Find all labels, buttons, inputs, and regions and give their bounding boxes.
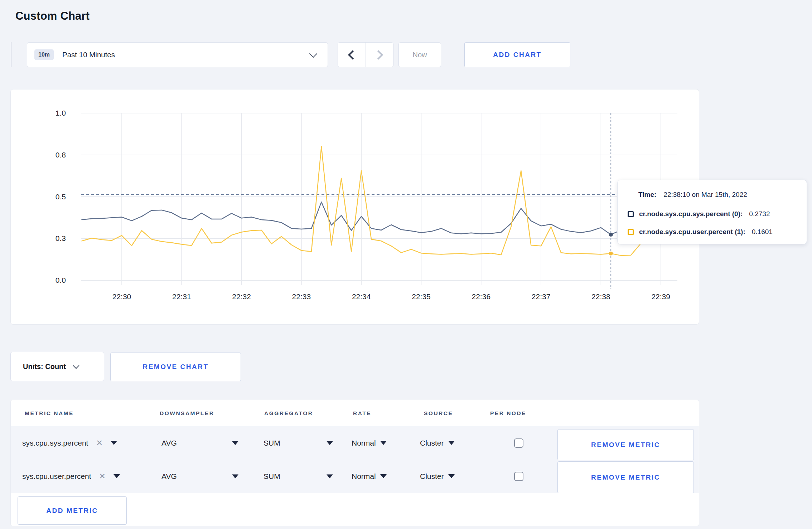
units-label: Units: Count bbox=[23, 363, 66, 371]
caret-down-icon bbox=[327, 441, 333, 445]
prev-time-button[interactable] bbox=[338, 43, 366, 67]
tooltip-time-row: Time: 22:38:10 on Mar 15th, 2022 bbox=[638, 191, 747, 199]
metric-name-value: sys.cpu.sys.percent bbox=[22, 439, 88, 447]
tooltip-series-row: cr.node.sys.cpu.sys.percent (0): 0.2732 bbox=[628, 210, 770, 218]
column-header-source: SOURCE bbox=[424, 410, 453, 417]
tooltip-series-row: cr.node.sys.cpu.user.percent (1): 0.1601 bbox=[628, 228, 773, 236]
aggregator-value: SUM bbox=[264, 439, 280, 447]
rate-value: Normal bbox=[352, 472, 376, 481]
source-select[interactable]: Cluster bbox=[420, 439, 455, 447]
source-value: Cluster bbox=[420, 472, 444, 481]
downsampler-select[interactable]: AVG bbox=[161, 439, 177, 447]
svg-text:22:32: 22:32 bbox=[232, 292, 251, 301]
caret-down-icon bbox=[380, 441, 387, 445]
units-select[interactable]: Units: Count bbox=[10, 352, 104, 381]
toolbar-divider bbox=[11, 42, 11, 67]
clear-metric-icon[interactable]: ✕ bbox=[99, 472, 106, 481]
tooltip-time-value: 22:38:10 on Mar 15th, 2022 bbox=[663, 191, 747, 199]
source-select[interactable]: Cluster bbox=[420, 472, 455, 481]
source-value: Cluster bbox=[420, 439, 444, 447]
svg-text:0.3: 0.3 bbox=[55, 234, 66, 242]
rate-select[interactable]: Normal bbox=[352, 472, 387, 481]
metric-name-value: sys.cpu.user.percent bbox=[22, 472, 91, 481]
svg-text:22:35: 22:35 bbox=[412, 292, 431, 301]
remove-chart-button[interactable]: REMOVE CHART bbox=[110, 353, 241, 381]
caret-down-icon bbox=[232, 441, 238, 445]
column-header-aggregator: AGGREGATOR bbox=[264, 410, 313, 417]
svg-text:0.5: 0.5 bbox=[55, 193, 66, 201]
svg-text:22:39: 22:39 bbox=[651, 292, 670, 301]
metrics-table: METRIC NAME DOWNSAMPLER AGGREGATOR RATE … bbox=[10, 400, 699, 526]
caret-down-icon bbox=[380, 474, 387, 478]
metric-row: sys.cpu.sys.percent ✕ AVG SUM Normal Clu… bbox=[11, 426, 699, 460]
metric-name-select[interactable]: sys.cpu.sys.percent ✕ bbox=[22, 438, 117, 448]
svg-text:22:30: 22:30 bbox=[112, 292, 131, 301]
page-title: Custom Chart bbox=[15, 10, 90, 23]
column-header-downsampler: DOWNSAMPLER bbox=[160, 410, 214, 417]
svg-text:22:37: 22:37 bbox=[532, 292, 551, 301]
caret-down-icon bbox=[113, 474, 120, 478]
caret-down-icon bbox=[448, 441, 455, 445]
time-window-select[interactable]: 10m Past 10 Minutes bbox=[27, 42, 328, 67]
downsampler-caret[interactable] bbox=[232, 474, 238, 478]
remove-metric-button[interactable]: REMOVE METRIC bbox=[557, 461, 694, 493]
aggregator-select[interactable]: SUM bbox=[264, 472, 280, 481]
downsampler-value: AVG bbox=[161, 439, 177, 447]
now-button[interactable]: Now bbox=[398, 42, 441, 67]
rate-select[interactable]: Normal bbox=[352, 439, 387, 447]
tooltip-series-value: 0.1601 bbox=[752, 228, 773, 236]
sys-series-swatch-icon bbox=[628, 211, 634, 217]
column-header-metric-name: METRIC NAME bbox=[25, 410, 74, 417]
caret-down-icon bbox=[232, 474, 238, 478]
rate-value: Normal bbox=[352, 439, 376, 447]
caret-down-icon bbox=[111, 441, 117, 445]
chevron-down-icon bbox=[309, 50, 318, 58]
svg-text:22:36: 22:36 bbox=[472, 292, 491, 301]
downsampler-select[interactable]: AVG bbox=[161, 472, 177, 481]
metric-name-select[interactable]: sys.cpu.user.percent ✕ bbox=[22, 472, 120, 481]
aggregator-caret[interactable] bbox=[327, 474, 333, 478]
chart-tooltip: Time: 22:38:10 on Mar 15th, 2022 cr.node… bbox=[617, 180, 807, 244]
tooltip-time-label: Time: bbox=[638, 191, 656, 199]
time-window-label: Past 10 Minutes bbox=[62, 50, 115, 59]
svg-text:22:38: 22:38 bbox=[591, 292, 610, 301]
caret-down-icon bbox=[327, 474, 333, 478]
per-node-checkbox[interactable] bbox=[514, 438, 523, 448]
column-header-rate: RATE bbox=[353, 410, 371, 417]
aggregator-value: SUM bbox=[264, 472, 280, 481]
add-chart-button[interactable]: ADD CHART bbox=[464, 42, 570, 67]
svg-text:1.0: 1.0 bbox=[55, 109, 66, 117]
tooltip-series-label: cr.node.sys.cpu.user.percent (1): bbox=[639, 228, 745, 236]
svg-text:0.8: 0.8 bbox=[55, 151, 66, 159]
svg-text:22:33: 22:33 bbox=[292, 292, 311, 301]
remove-metric-button[interactable]: REMOVE METRIC bbox=[557, 429, 694, 460]
aggregator-caret[interactable] bbox=[327, 441, 333, 445]
chevron-left-icon bbox=[348, 50, 358, 60]
next-time-button[interactable] bbox=[366, 43, 393, 67]
time-window-badge: 10m bbox=[34, 49, 54, 60]
downsampler-value: AVG bbox=[161, 472, 177, 481]
cpu-percent-line-chart[interactable]: 0.00.30.50.81.022:3022:3122:3222:3322:34… bbox=[11, 89, 700, 325]
tooltip-series-value: 0.2732 bbox=[749, 210, 770, 218]
chevron-down-icon bbox=[73, 362, 79, 369]
per-node-checkbox[interactable] bbox=[514, 472, 523, 481]
clear-metric-icon[interactable]: ✕ bbox=[96, 438, 102, 448]
svg-text:0.0: 0.0 bbox=[55, 276, 66, 284]
metric-row: sys.cpu.user.percent ✕ AVG SUM Normal Cl… bbox=[11, 460, 699, 493]
aggregator-select[interactable]: SUM bbox=[264, 439, 280, 447]
add-metric-button[interactable]: ADD METRIC bbox=[18, 496, 127, 525]
column-header-per-node: PER NODE bbox=[490, 410, 526, 417]
svg-text:22:34: 22:34 bbox=[352, 292, 371, 301]
svg-text:22:31: 22:31 bbox=[172, 292, 191, 301]
user-series-swatch-icon bbox=[628, 229, 634, 235]
chart-card: 0.00.30.50.81.022:3022:3122:3222:3322:34… bbox=[10, 89, 699, 325]
chevron-right-icon bbox=[373, 50, 383, 60]
caret-down-icon bbox=[448, 474, 455, 478]
tooltip-series-label: cr.node.sys.cpu.sys.percent (0): bbox=[639, 210, 743, 218]
time-nav-group bbox=[338, 42, 393, 67]
downsampler-caret[interactable] bbox=[232, 441, 238, 445]
